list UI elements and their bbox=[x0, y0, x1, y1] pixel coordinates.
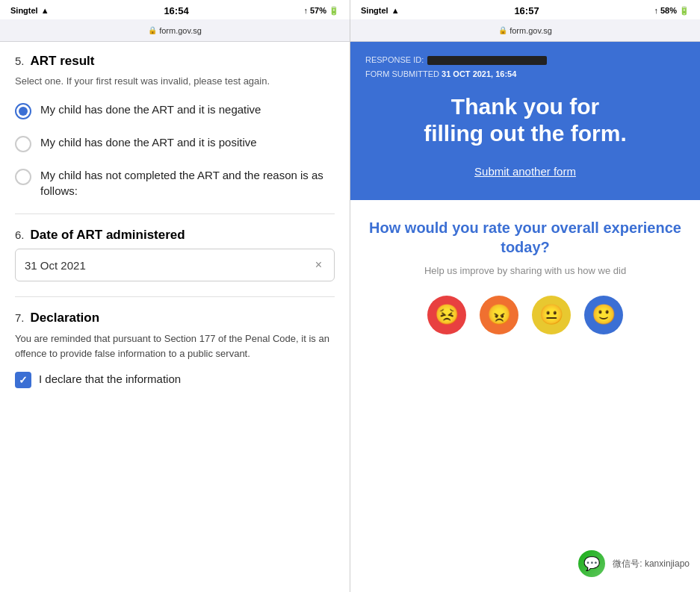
right-browser-bar: 🔒 form.gov.sg bbox=[350, 19, 700, 42]
form-submitted-row: FORM SUBMITTED 31 OCT 2021, 16:54 bbox=[365, 69, 685, 78]
wifi-icon: ▲ bbox=[41, 6, 49, 15]
thank-you-line1: Thank you for bbox=[451, 94, 599, 119]
date-input-field[interactable]: 31 Oct 2021 × bbox=[15, 249, 335, 281]
emoji-neutral[interactable]: 😐 bbox=[532, 296, 571, 334]
declaration-checkbox-label: I declare that the information bbox=[39, 371, 181, 387]
section6-title: Date of ART administered bbox=[31, 228, 185, 243]
emoji-very-unhappy[interactable]: 😣 bbox=[427, 296, 466, 334]
neutral-icon: 😐 bbox=[539, 303, 563, 326]
right-carrier-label: Singtel bbox=[361, 6, 388, 15]
very-unhappy-icon: 😣 bbox=[435, 303, 459, 326]
left-status-left: Singtel ▲ bbox=[10, 6, 49, 15]
divider-2 bbox=[15, 296, 335, 297]
left-phone-panel: Singtel ▲ 16:54 ↑ 57% 🔋 🔒 form.gov.sg 5.… bbox=[0, 0, 350, 592]
right-status-left: Singtel ▲ bbox=[361, 6, 400, 15]
wechat-watermark: 💬 微信号: kanxinjiapo bbox=[578, 550, 693, 577]
declaration-checkbox[interactable] bbox=[15, 372, 31, 388]
rating-section: How would you rate your overall experien… bbox=[350, 200, 700, 593]
right-status-bar: Singtel ▲ 16:57 ↑ 58% 🔋 bbox=[350, 0, 700, 19]
right-wifi-icon: ▲ bbox=[391, 6, 400, 15]
right-phone-panel: Singtel ▲ 16:57 ↑ 58% 🔋 🔒 form.gov.sg RE… bbox=[350, 0, 700, 592]
lock-icon: 🔒 bbox=[148, 26, 157, 34]
right-arrow-icon: ↑ bbox=[654, 6, 658, 15]
battery-percent: 57% bbox=[310, 6, 326, 15]
submitted-date: 31 OCT 2021, 16:54 bbox=[442, 69, 516, 78]
thank-you-line2: filling out the form. bbox=[424, 121, 627, 146]
section6-number: 6. bbox=[15, 228, 25, 241]
response-id-row: RESPONSE ID: bbox=[365, 54, 685, 66]
radio-button-2[interactable] bbox=[15, 136, 31, 152]
time-display: 16:54 bbox=[164, 5, 188, 16]
left-status-bar: Singtel ▲ 16:54 ↑ 57% 🔋 bbox=[0, 0, 350, 19]
radio-option-3[interactable]: My child has not completed the ART and t… bbox=[15, 167, 335, 199]
rating-subtitle: Help us improve by sharing with us how w… bbox=[365, 264, 685, 278]
wechat-channel-text: 微信号: kanxinjiapo bbox=[610, 556, 693, 572]
emoji-happy[interactable]: 🙂 bbox=[584, 296, 623, 334]
radio-button-1[interactable] bbox=[15, 103, 31, 119]
radio-option-2[interactable]: My child has done the ART and it is posi… bbox=[15, 134, 335, 152]
divider-1 bbox=[15, 214, 335, 214]
right-url-bar: 🔒 form.gov.sg bbox=[498, 26, 552, 35]
arrow-icon: ↑ bbox=[303, 6, 308, 15]
response-id-redacted bbox=[427, 56, 547, 65]
section5-header: 5. ART result bbox=[15, 54, 335, 69]
right-status-right: ↑ 58% 🔋 bbox=[654, 6, 690, 16]
emoji-rating-row: 😣 😠 😐 🙂 bbox=[365, 296, 685, 334]
section7-title: Declaration bbox=[31, 311, 100, 325]
response-id-label: RESPONSE ID: bbox=[365, 55, 424, 64]
url-text: form.gov.sg bbox=[159, 26, 202, 35]
declaration-checkbox-row[interactable]: I declare that the information bbox=[15, 371, 335, 388]
radio-label-2: My child has done the ART and it is posi… bbox=[40, 134, 257, 150]
right-battery-percent: 58% bbox=[660, 6, 677, 15]
wechat-avatar: 💬 bbox=[578, 550, 605, 577]
declaration-text: You are reminded that pursuant to Sectio… bbox=[15, 331, 335, 361]
left-panel-content: 5. ART result Select one. If your first … bbox=[0, 42, 350, 592]
radio-button-3[interactable] bbox=[15, 169, 31, 185]
rating-title: How would you rate your overall experien… bbox=[365, 218, 685, 257]
section7-number: 7. bbox=[15, 311, 25, 324]
section7-header: 7. Declaration bbox=[15, 311, 335, 325]
unhappy-icon: 😠 bbox=[487, 303, 511, 326]
left-url-bar: 🔒 form.gov.sg bbox=[148, 26, 202, 35]
right-battery-icon: 🔋 bbox=[679, 6, 690, 16]
battery-icon: 🔋 bbox=[329, 6, 339, 16]
clear-date-button[interactable]: × bbox=[312, 257, 325, 273]
section5-subtitle: Select one. If your first result was inv… bbox=[15, 75, 335, 88]
submitted-label: FORM SUBMITTED bbox=[365, 69, 439, 78]
date-value: 31 Oct 2021 bbox=[25, 259, 312, 272]
emoji-unhappy[interactable]: 😠 bbox=[480, 296, 518, 334]
right-url-text: form.gov.sg bbox=[509, 26, 552, 35]
left-browser-bar: 🔒 form.gov.sg bbox=[0, 19, 350, 42]
right-time-display: 16:57 bbox=[514, 5, 539, 16]
submit-another-button[interactable]: Submit another form bbox=[365, 165, 685, 178]
section5-title: ART result bbox=[31, 54, 95, 69]
carrier-label: Singtel bbox=[10, 6, 38, 15]
radio-option-1[interactable]: My child has done the ART and it is nega… bbox=[15, 102, 335, 119]
right-lock-icon: 🔒 bbox=[498, 26, 507, 34]
left-status-right: ↑ 57% 🔋 bbox=[303, 6, 339, 16]
thank-you-message: Thank you for filling out the form. bbox=[365, 93, 685, 147]
confirmation-section: RESPONSE ID: FORM SUBMITTED 31 OCT 2021,… bbox=[350, 42, 700, 200]
happy-icon: 🙂 bbox=[592, 303, 616, 326]
radio-label-1: My child has done the ART and it is nega… bbox=[40, 102, 261, 117]
section6-header: 6. Date of ART administered bbox=[15, 228, 335, 243]
radio-label-3: My child has not completed the ART and t… bbox=[40, 167, 335, 199]
section5-number: 5. bbox=[15, 54, 25, 67]
wechat-logo-icon: 💬 bbox=[583, 555, 600, 572]
